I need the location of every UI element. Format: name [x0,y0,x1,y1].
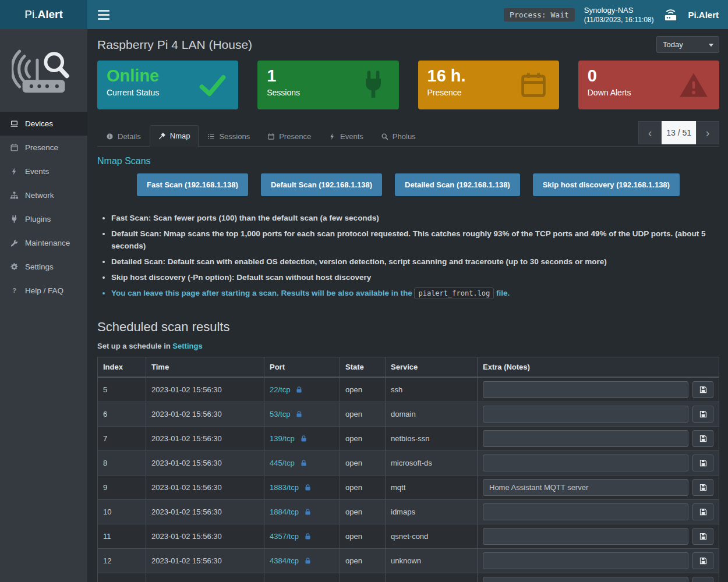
note-suffix: file. [496,289,510,297]
save-note-button[interactable] [692,406,713,423]
settings-link[interactable]: Settings [172,342,202,350]
port-link[interactable]: 53/tcp [270,410,290,418]
cell-time: 2023-01-02 15:56:30 [146,573,264,582]
note-input[interactable] [483,552,688,569]
tab-details[interactable]: Details [97,125,150,147]
cell-port: 22/tcp [264,377,340,402]
scan-result-row: 122023-01-02 15:56:304384/tcpopenunknown [98,548,719,573]
warning-icon [678,70,709,100]
cell-port: 1883/tcp [264,475,340,499]
sidebar-item-events[interactable]: Events [0,159,87,183]
cell-service: unknown [386,548,478,573]
tab-events[interactable]: Events [320,125,372,147]
list-icon [207,133,215,140]
hamburger-menu-button[interactable] [97,8,111,22]
save-note-button[interactable] [692,552,713,569]
cell-service: idmaps [386,499,478,524]
save-icon [699,385,708,394]
question-icon: ? [10,286,19,295]
port-link[interactable]: 1883/tcp [270,483,299,492]
cell-service: qsnet-cond [386,524,478,548]
cell-port: 53/tcp [264,402,340,426]
cell-time: 2023-01-02 15:56:30 [146,548,264,573]
tab-presence[interactable]: Presence [259,125,320,147]
status-card-sessions: 1Sessions [257,61,398,109]
tab-label: Details [118,132,141,141]
check-icon [197,70,228,100]
cell-index: 9 [98,475,146,499]
schedule-subtitle: Set up a schedule in Settings [97,342,719,350]
sidebar-item-plugins[interactable]: Plugins [0,207,87,231]
note-input[interactable] [483,430,688,447]
cell-service: ssh [386,377,478,402]
tab-nmap[interactable]: Nmap [150,125,199,147]
tab-label: Pholus [393,132,416,141]
status-card-current-status: OnlineCurrent Status [97,61,238,109]
sidebar-item-label: Settings [25,262,54,271]
detailed-scan-192-168-1-138-button[interactable]: Detailed Scan (192.168.1.138) [395,173,520,196]
note-input[interactable] [483,455,688,471]
save-note-button[interactable] [692,381,713,398]
save-note-button[interactable] [692,528,713,545]
save-note-button[interactable] [692,503,713,520]
port-link[interactable]: 139/tcp [270,434,295,443]
log-file-code: pialert_front.log [414,288,494,299]
lock-icon [304,557,312,565]
nas-timestamp: (11/03/2023, 16:11:08) [584,16,654,24]
prev-page-button[interactable]: ‹ [638,121,662,144]
period-select[interactable]: Today [656,36,719,53]
scan-info-bullet: Skip host discovery (-Pn option): Defaul… [111,272,719,283]
port-link[interactable]: 1884/tcp [270,508,299,516]
next-page-button[interactable]: › [696,121,719,144]
cell-notes [478,402,719,426]
sidebar-item-settings[interactable]: Settings [0,255,87,279]
cell-service: mqtt [386,475,478,499]
default-scan-192-168-1-138-button[interactable]: Default Scan (192.168.1.138) [261,173,382,196]
sidebar-item-help-faq[interactable]: ?Help / FAQ [0,279,87,303]
lock-icon [304,508,312,516]
note-input[interactable] [483,503,688,520]
tab-pholus[interactable]: Pholus [372,125,425,147]
sidebar-item-maintenance[interactable]: Maintenance [0,231,87,255]
port-link[interactable]: 22/tcp [270,385,290,394]
router-search-logo [0,29,87,112]
port-link[interactable]: 4357/tcp [270,532,299,541]
sidebar-item-network[interactable]: Network [0,183,87,207]
skip-host-discovery-192-168-1-138-button[interactable]: Skip host discovery (192.168.1.138) [533,173,680,196]
note-input[interactable] [483,528,688,545]
note-input[interactable] [483,381,688,398]
save-note-button[interactable] [692,455,713,471]
column-header-time: Time [146,357,264,377]
sidebar-item-presence[interactable]: Presence [0,136,87,159]
save-note-button[interactable] [692,430,713,447]
app-logo: Pi.Alert [0,0,87,29]
lock-icon [300,435,308,442]
scan-buttons: Fast Scan (192.168.1.138)Default Scan (1… [97,173,719,196]
cell-notes [478,548,719,573]
process-status-badge: Process: Wait [504,8,575,22]
note-input[interactable] [483,577,688,582]
save-note-button[interactable] [692,479,713,496]
note-input[interactable] [483,406,688,423]
sidebar-item-label: Presence [25,143,58,152]
port-link[interactable]: 4384/tcp [270,556,299,565]
sidebar-item-label: Maintenance [25,239,70,247]
note-input[interactable] [483,479,688,496]
port-link[interactable]: 445/tcp [270,459,295,467]
cell-index: 5 [98,377,146,402]
info-icon [106,133,114,140]
cell-port: 445/tcp [264,450,340,475]
fast-scan-192-168-1-138-button[interactable]: Fast Scan (192.168.1.138) [137,173,248,196]
sidebar-item-devices[interactable]: Devices [0,112,87,136]
sidebar-item-label: Network [25,191,54,200]
cell-index: 7 [98,426,146,450]
cell-port: 139/tcp [264,426,340,450]
save-note-button[interactable] [692,577,713,582]
nas-info: Synology-NAS (11/03/2023, 16:11:08) [584,6,654,24]
bolt-icon [10,167,19,176]
column-header-state: State [340,357,386,377]
cell-state: open [340,548,386,573]
tab-sessions[interactable]: Sessions [199,125,259,147]
cell-port: 8123/tcp [264,573,340,582]
network-icon [10,191,19,200]
